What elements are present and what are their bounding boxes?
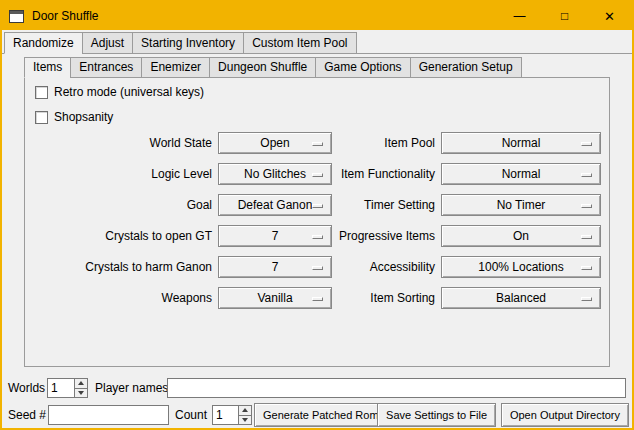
logic-level-label: Logic Level (45, 163, 212, 185)
outer-tabbar: Randomize Adjust Starting Inventory Cust… (4, 32, 357, 54)
worlds-spinbox[interactable] (47, 378, 88, 398)
tab-dungeon-shuffle[interactable]: Dungeon Shuffle (209, 57, 316, 78)
tab-items[interactable]: Items (24, 57, 71, 78)
timer-setting-label: Timer Setting (268, 194, 435, 216)
arrow-up-icon (78, 381, 84, 385)
item-sorting-label: Item Sorting (268, 287, 435, 309)
worlds-spin-up-button[interactable] (74, 379, 87, 388)
item-functionality-label: Item Functionality (268, 163, 435, 185)
arrow-down-icon (78, 391, 84, 395)
weapons-label: Weapons (45, 287, 212, 309)
window-body: Randomize Adjust Starting Inventory Cust… (2, 30, 632, 428)
seed-input[interactable] (48, 405, 169, 425)
tab-custom-item-pool[interactable]: Custom Item Pool (243, 32, 356, 54)
count-input[interactable] (213, 406, 238, 424)
tab-randomize[interactable]: Randomize (4, 32, 83, 54)
tab-game-options[interactable]: Game Options (315, 57, 410, 78)
progressive-items-dropdown[interactable]: On (441, 225, 601, 247)
accessibility-dropdown[interactable]: 100% Locations (441, 256, 601, 278)
worlds-spin-buttons (74, 379, 87, 397)
player-names-input[interactable] (167, 378, 626, 398)
crystals-open-gt-label: Crystals to open GT (45, 225, 212, 247)
shopsanity-label[interactable]: Shopsanity (54, 111, 113, 124)
inner-tabbar: Items Entrances Enemizer Dungeon Shuffle… (24, 57, 610, 78)
dropdown-indicator-icon (581, 266, 592, 270)
tab-generation-setup[interactable]: Generation Setup (410, 57, 522, 78)
item-pool-dropdown[interactable]: Normal (441, 132, 601, 154)
tab-starting-inventory[interactable]: Starting Inventory (132, 32, 244, 54)
item-pool-label: Item Pool (268, 132, 435, 154)
goal-label: Goal (45, 194, 212, 216)
count-spinbox[interactable] (212, 405, 252, 425)
close-button[interactable]: ✕ (587, 2, 632, 30)
dropdown-indicator-icon (581, 297, 592, 301)
retro-mode-row[interactable]: Retro mode (universal keys) (35, 84, 204, 100)
progressive-items-label: Progressive Items (268, 225, 435, 247)
count-spin-down-button[interactable] (238, 415, 251, 425)
minimize-button[interactable]: — (497, 2, 542, 30)
count-spin-up-button[interactable] (238, 406, 251, 415)
world-state-label: World State (45, 132, 212, 154)
maximize-button[interactable]: □ (542, 2, 587, 30)
inner-notebook: Items Entrances Enemizer Dungeon Shuffle… (24, 57, 610, 367)
accessibility-value: 100% Locations (478, 260, 563, 274)
seed-label: Seed # (8, 405, 46, 425)
arrow-down-icon (242, 418, 248, 422)
timer-setting-value: No Timer (497, 198, 546, 212)
open-output-directory-button[interactable]: Open Output Directory (501, 403, 629, 427)
count-spin-buttons (238, 406, 251, 424)
dropdown-indicator-icon (581, 204, 592, 208)
count-label: Count (175, 405, 207, 425)
dropdown-indicator-icon (581, 235, 592, 239)
player-names-label: Player names (95, 378, 168, 398)
crystals-harm-ganon-label: Crystals to harm Ganon (45, 256, 212, 278)
window-controls: — □ ✕ (497, 2, 632, 30)
item-sorting-value: Balanced (496, 291, 546, 305)
item-sorting-dropdown[interactable]: Balanced (441, 287, 601, 309)
tab-entrances[interactable]: Entrances (70, 57, 142, 78)
tab-adjust[interactable]: Adjust (82, 32, 133, 54)
app-window: Door Shuffle — □ ✕ Randomize Adjust Star… (0, 0, 634, 430)
worlds-spin-down-button[interactable] (74, 388, 87, 398)
app-icon (9, 10, 24, 23)
item-functionality-value: Normal (502, 167, 541, 181)
window-title: Door Shuffle (32, 9, 99, 23)
save-settings-button[interactable]: Save Settings to File (377, 403, 496, 427)
titlebar[interactable]: Door Shuffle — □ ✕ (2, 2, 632, 30)
retro-mode-label[interactable]: Retro mode (universal keys) (54, 86, 204, 99)
shopsanity-checkbox[interactable] (35, 111, 48, 124)
dropdown-indicator-icon (581, 142, 592, 146)
dropdown-indicator-icon (581, 173, 592, 177)
accessibility-label: Accessibility (268, 256, 435, 278)
generate-patched-rom-button[interactable]: Generate Patched Rom (254, 403, 388, 427)
progressive-items-value: On (513, 229, 529, 243)
tab-enemizer[interactable]: Enemizer (141, 57, 210, 78)
retro-mode-checkbox[interactable] (35, 86, 48, 99)
item-functionality-dropdown[interactable]: Normal (441, 163, 601, 185)
timer-setting-dropdown[interactable]: No Timer (441, 194, 601, 216)
item-pool-value: Normal (502, 136, 541, 150)
items-tab-panel: Retro mode (universal keys) Shopsanity W… (24, 77, 610, 367)
worlds-input[interactable] (48, 379, 74, 397)
arrow-up-icon (242, 408, 248, 412)
worlds-label: Worlds (8, 378, 45, 398)
shopsanity-row[interactable]: Shopsanity (35, 109, 113, 125)
